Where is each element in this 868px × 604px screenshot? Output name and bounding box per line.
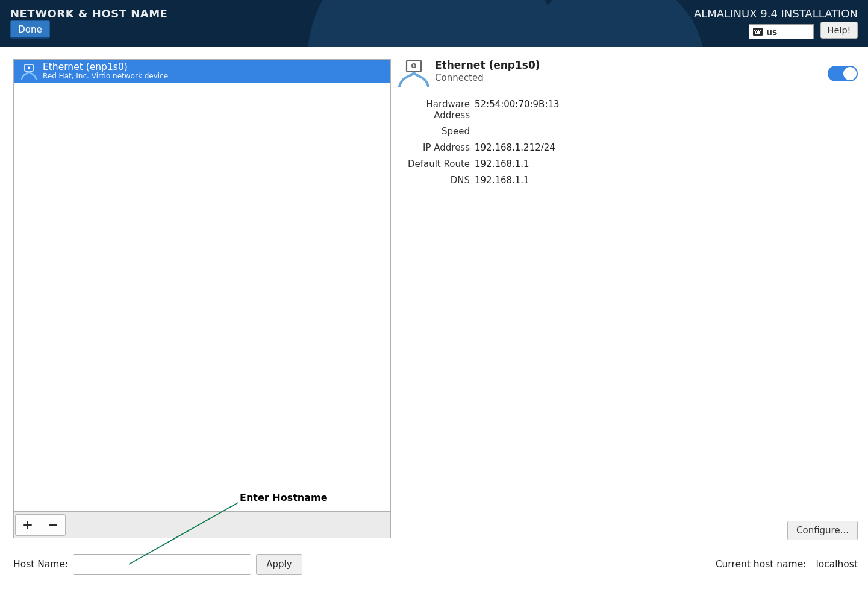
- svg-rect-0: [753, 28, 763, 35]
- ip-address-value: 192.168.1.212/24: [475, 142, 858, 153]
- svg-rect-11: [407, 60, 421, 72]
- page-title: NETWORK & HOST NAME: [10, 7, 167, 20]
- device-subtitle: Red Hat, Inc. Virtio network device: [43, 72, 168, 80]
- ip-address-label: IP Address: [400, 142, 470, 153]
- keyboard-layout-selector[interactable]: us: [749, 24, 814, 39]
- svg-rect-7: [758, 31, 760, 33]
- minus-icon: [49, 521, 57, 529]
- detail-properties: Hardware Address 52:54:00:70:9B:13 Speed…: [400, 99, 858, 186]
- hardware-address-value: 52:54:00:70:9B:13: [475, 99, 858, 121]
- svg-point-10: [28, 66, 30, 69]
- keyboard-layout-text: us: [766, 27, 777, 37]
- dns-label: DNS: [400, 175, 470, 186]
- svg-rect-4: [760, 30, 761, 31]
- keyboard-icon: [753, 28, 763, 36]
- dns-value: 192.168.1.1: [475, 175, 858, 186]
- plus-icon: [23, 521, 32, 529]
- speed-value: [475, 126, 858, 137]
- help-button[interactable]: Help!: [820, 22, 858, 39]
- detail-header: Ethernet (enp1s0) Connected: [398, 59, 858, 88]
- detail-device-name: Ethernet (enp1s0): [435, 59, 858, 71]
- connection-toggle[interactable]: [828, 66, 858, 81]
- default-route-value: 192.168.1.1: [475, 159, 858, 169]
- default-route-label: Default Route: [400, 159, 470, 169]
- hostname-input[interactable]: [73, 554, 251, 575]
- current-hostname-label: Current host name:: [716, 559, 807, 570]
- apply-hostname-button[interactable]: Apply: [256, 554, 302, 575]
- detail-device-status: Connected: [435, 72, 858, 83]
- svg-rect-5: [755, 31, 756, 33]
- current-hostname-value: localhost: [816, 559, 858, 570]
- svg-rect-8: [755, 33, 760, 34]
- svg-rect-1: [754, 30, 755, 31]
- device-panel: Ethernet (enp1s0) Red Hat, Inc. Virtio n…: [13, 59, 391, 538]
- device-list-item[interactable]: Ethernet (enp1s0) Red Hat, Inc. Virtio n…: [14, 60, 390, 83]
- hardware-address-label: Hardware Address: [400, 99, 470, 121]
- device-list[interactable]: Ethernet (enp1s0) Red Hat, Inc. Virtio n…: [13, 59, 391, 512]
- svg-rect-6: [757, 31, 758, 33]
- hostname-row: Host Name: Apply Current host name: loca…: [13, 550, 858, 578]
- configure-button[interactable]: Configure...: [787, 521, 858, 540]
- installer-title: ALMALINUX 9.4 INSTALLATION: [694, 7, 858, 20]
- svg-rect-2: [756, 30, 757, 31]
- ethernet-large-icon: [398, 59, 430, 88]
- add-device-button[interactable]: [15, 514, 40, 536]
- hostname-label: Host Name:: [13, 559, 68, 570]
- header-bar: NETWORK & HOST NAME Done ALMALINUX 9.4 I…: [0, 0, 868, 47]
- remove-device-button[interactable]: [40, 514, 66, 536]
- content-area: Ethernet (enp1s0) Red Hat, Inc. Virtio n…: [0, 47, 868, 604]
- device-name: Ethernet (enp1s0): [43, 62, 168, 72]
- device-detail-panel: Ethernet (enp1s0) Connected Hardware Add…: [398, 59, 858, 186]
- ethernet-icon: [20, 63, 38, 81]
- svg-rect-3: [758, 30, 759, 31]
- done-button[interactable]: Done: [10, 20, 50, 39]
- device-toolbar: [13, 512, 391, 538]
- speed-label: Speed: [400, 126, 470, 137]
